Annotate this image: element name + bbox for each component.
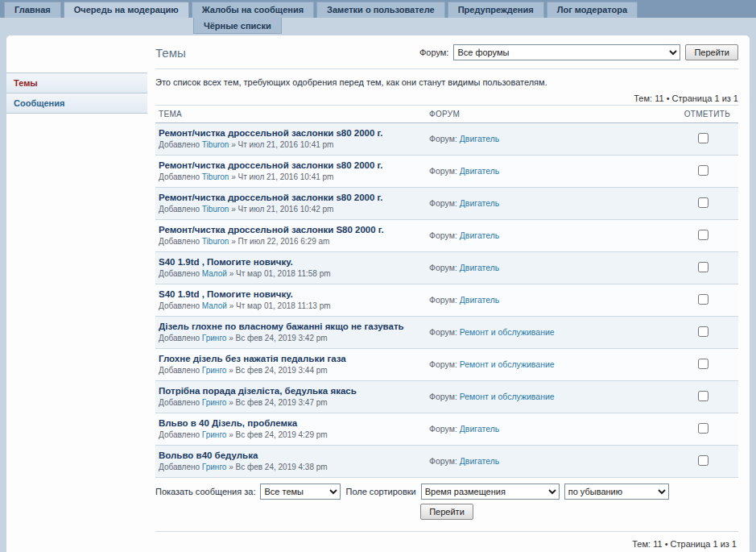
forum-cell: Форум: Ремонт и обслуживание <box>426 349 667 381</box>
mark-cell <box>667 220 738 252</box>
mark-checkbox[interactable] <box>698 359 708 369</box>
tab-main[interactable]: Главная <box>4 2 61 18</box>
forum-link[interactable]: Ремонт и обслуживание <box>460 359 555 369</box>
topic-cell: Ремонт/чистка дроссельной заслонки s80 2… <box>155 156 426 188</box>
mark-checkbox[interactable] <box>698 230 708 240</box>
mark-checkbox[interactable] <box>698 294 708 305</box>
forum-link[interactable]: Ремонт и обслуживание <box>460 392 555 401</box>
content-header: Темы Форум: Все форумы Перейти <box>155 35 738 69</box>
column-header-topic: ТЕМА <box>155 106 426 123</box>
forum-link[interactable]: Двигатель <box>460 198 500 208</box>
added-label: Добавлено <box>159 398 200 407</box>
secondary-tab-bar: Чёрные списки <box>0 18 756 35</box>
topic-title-link[interactable]: Ремонт/чистка дроссельной заслонки s80 2… <box>159 193 382 202</box>
forum-link[interactable]: Двигатель <box>460 424 500 434</box>
table-row: S40 1.9td , Помогите новичку. Добавлено … <box>155 284 738 317</box>
table-row: Вльво в 40 Дізель, проблемка Добавлено Г… <box>155 413 738 446</box>
author-link[interactable]: Малой <box>202 269 227 278</box>
primary-tab-bar: Главная Очередь на модерацию Жалобы на с… <box>0 0 756 18</box>
sort-direction-select[interactable]: по убыванию <box>564 484 669 500</box>
topic-title-link[interactable]: Глохне дізель без нажатія педальки газа <box>159 354 346 363</box>
topic-date: Вс фев 24, 2019 4:29 pm <box>236 430 328 439</box>
topic-cell: Вольво в40 бедулька Добавлено Гринго » В… <box>155 446 426 478</box>
author-link[interactable]: Tiburon <box>202 140 229 149</box>
main-panel: Темы Сообщения Темы Форум: Все форумы Пе… <box>6 35 750 552</box>
forum-cell: Форум: Ремонт и обслуживание <box>426 381 667 413</box>
forum-filter-go-button[interactable]: Перейти <box>685 44 738 60</box>
table-header-row: ТЕМА ФОРУМ ОТМЕТИТЬ <box>155 106 738 123</box>
tab-blacklists[interactable]: Чёрные списки <box>193 18 282 34</box>
author-link[interactable]: Гринго <box>202 398 227 407</box>
added-label: Добавлено <box>159 172 200 181</box>
added-label: Добавлено <box>159 205 200 214</box>
mark-cell <box>667 446 738 478</box>
topic-title-link[interactable]: Ремонт/чистка дроссельной заслонки s80 2… <box>159 160 382 170</box>
forum-link[interactable]: Двигатель <box>460 166 500 176</box>
topic-title-link[interactable]: Ремонт/чистка дроссельной заслонки S80 2… <box>159 225 384 234</box>
sidebar-item-topics[interactable]: Темы <box>6 73 147 93</box>
topic-date: Вс фев 24, 2019 4:38 pm <box>236 463 328 471</box>
tab-warnings[interactable]: Предупреждения <box>448 2 544 18</box>
topic-title-link[interactable]: Дізель глохне по власному бажанні якщо н… <box>159 322 404 331</box>
date-separator: » <box>229 430 233 439</box>
forum-cell: Форум: Двигатель <box>426 156 667 188</box>
sort-go-wrap: Перейти <box>155 504 738 520</box>
forum-link[interactable]: Двигатель <box>460 230 500 240</box>
tab-post-reports[interactable]: Жалобы на сообщения <box>192 2 314 18</box>
topic-title-link[interactable]: Вльво в 40 Дізель, проблемка <box>159 418 297 428</box>
date-separator: » <box>231 237 236 246</box>
tab-moderation-queue[interactable]: Очередь на модерацию <box>64 2 189 18</box>
date-separator: » <box>229 463 233 471</box>
forum-cell: Форум: Двигатель <box>426 413 667 446</box>
author-link[interactable]: Гринго <box>202 463 227 471</box>
author-link[interactable]: Гринго <box>202 334 227 342</box>
forum-link[interactable]: Двигатель <box>460 456 500 466</box>
topic-title-link[interactable]: S40 1.9td , Помогите новичку. <box>159 289 293 299</box>
topic-title-link[interactable]: S40 1.9td , Помогите новичку. <box>159 257 293 267</box>
mark-cell <box>667 284 738 317</box>
mark-checkbox[interactable] <box>698 133 708 143</box>
topic-title-link[interactable]: Потрібна порада дізеліста, бедулька якас… <box>159 386 357 396</box>
tab-user-notes[interactable]: Заметки о пользователе <box>316 2 445 18</box>
author-link[interactable]: Гринго <box>202 366 227 375</box>
sidebar-item-posts[interactable]: Сообщения <box>6 93 147 114</box>
sort-field-select[interactable]: Время размещения <box>421 484 560 500</box>
mark-checkbox[interactable] <box>698 423 708 434</box>
author-link[interactable]: Малой <box>202 301 227 310</box>
forum-prefix-label: Форум: <box>429 327 457 337</box>
forum-cell: Форум: Двигатель <box>426 284 667 317</box>
author-link[interactable]: Tiburon <box>202 237 229 246</box>
forum-link[interactable]: Двигатель <box>460 134 500 143</box>
forum-cell: Форум: Двигатель <box>426 188 667 220</box>
mark-cell <box>667 349 738 381</box>
forum-filter-select[interactable]: Все форумы <box>453 44 680 60</box>
mark-checkbox[interactable] <box>698 326 708 337</box>
author-link[interactable]: Tiburon <box>202 172 229 181</box>
author-link[interactable]: Tiburon <box>202 205 229 214</box>
forum-link[interactable]: Двигатель <box>460 263 500 272</box>
forum-link[interactable]: Ремонт и обслуживание <box>460 327 555 337</box>
forum-link[interactable]: Двигатель <box>460 295 500 305</box>
mark-checkbox[interactable] <box>698 455 708 466</box>
table-row: S40 1.9td , Помогите новичку. Добавлено … <box>155 252 738 284</box>
added-label: Добавлено <box>159 140 200 149</box>
topic-meta: Добавлено Tiburon » Чт июл 21, 2016 10:4… <box>159 140 423 149</box>
tab-moderator-log[interactable]: Лог модератора <box>547 2 638 18</box>
mark-checkbox[interactable] <box>698 391 708 401</box>
mark-checkbox[interactable] <box>698 262 708 272</box>
date-separator: » <box>229 269 234 278</box>
topic-date: Чт июл 21, 2016 10:41 pm <box>238 172 334 181</box>
forum-cell: Форум: Двигатель <box>426 220 667 252</box>
forum-cell: Форум: Двигатель <box>426 123 667 156</box>
sort-go-button[interactable]: Перейти <box>420 504 473 520</box>
topic-title-link[interactable]: Вольво в40 бедулька <box>159 450 258 460</box>
topic-cell: Глохне дізель без нажатія педальки газа … <box>155 349 426 381</box>
table-row: Потрібна порада дізеліста, бедулька якас… <box>155 381 738 413</box>
topic-cell: Ремонт/чистка дроссельной заслонки s80 2… <box>155 188 426 220</box>
mark-checkbox[interactable] <box>698 165 708 176</box>
mark-checkbox[interactable] <box>698 197 708 208</box>
date-separator: » <box>231 140 236 149</box>
display-filter-select[interactable]: Все темы <box>260 484 341 500</box>
author-link[interactable]: Гринго <box>202 430 227 439</box>
topic-title-link[interactable]: Ремонт/чистка дроссельной заслонки s80 2… <box>159 128 382 138</box>
